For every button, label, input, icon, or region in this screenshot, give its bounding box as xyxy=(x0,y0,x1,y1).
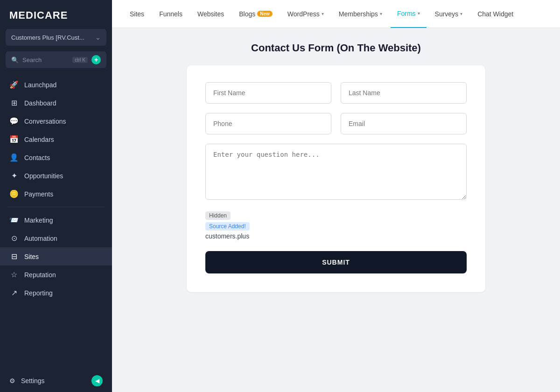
topnav-surveys[interactable]: Surveys ▾ xyxy=(428,0,469,28)
blogs-new-badge: New xyxy=(257,11,273,17)
add-button[interactable]: + xyxy=(91,55,101,64)
sidebar-item-marketing[interactable]: 📨 Marketing xyxy=(0,211,112,229)
topnav-wordpress-label: WordPress xyxy=(287,10,320,18)
sidebar-item-settings[interactable]: ⚙ Settings xyxy=(9,377,45,385)
source-badge: Source Added! xyxy=(205,222,250,231)
search-icon: 🔍 xyxy=(11,56,19,63)
calendars-icon: 📅 xyxy=(9,135,19,144)
topnav-sites-label: Sites xyxy=(130,10,144,18)
sidebar-item-calendars[interactable]: 📅 Calendars xyxy=(0,130,112,148)
wordpress-chevron-icon: ▾ xyxy=(322,11,324,16)
question-field xyxy=(205,144,467,202)
account-switcher[interactable]: Customers Plus [RV.Cust... ⌄ xyxy=(6,29,106,46)
sidebar-item-opportunities[interactable]: ✦ Opportunities xyxy=(0,167,112,185)
sidebar-item-reporting[interactable]: ↗ Reporting xyxy=(0,284,112,302)
last-name-field xyxy=(341,82,467,104)
sidebar-item-label: Automation xyxy=(24,235,57,242)
topnav-blogs-label: Blogs xyxy=(239,10,255,18)
page-title: Contact Us Form (On The Website) xyxy=(251,42,421,54)
dashboard-icon: ⊞ xyxy=(9,98,19,107)
submit-button[interactable]: SUBMIT xyxy=(205,251,467,273)
reporting-icon: ↗ xyxy=(9,288,19,297)
topnav-forms-label: Forms xyxy=(397,10,416,17)
sidebar-item-label: Sites xyxy=(24,253,39,260)
top-nav: Sites Funnels Websites Blogs New WordPre… xyxy=(112,0,560,28)
sidebar-item-dashboard[interactable]: ⊞ Dashboard xyxy=(0,94,112,112)
chevron-down-icon: ⌄ xyxy=(95,34,101,41)
sidebar-item-sites[interactable]: ⊟ Sites xyxy=(0,247,112,266)
launchpad-icon: 🚀 xyxy=(9,80,19,89)
sidebar-item-label: Opportunities xyxy=(24,172,63,180)
hidden-area: Hidden Source Added! customers.plus xyxy=(205,211,467,240)
topnav-memberships[interactable]: Memberships ▾ xyxy=(332,0,389,28)
sidebar: MEDICARE Customers Plus [RV.Cust... ⌄ 🔍 … xyxy=(0,0,112,392)
sidebar-item-label: Calendars xyxy=(24,136,54,143)
topnav-surveys-label: Surveys xyxy=(435,10,459,18)
sidebar-item-automation[interactable]: ⊙ Automation xyxy=(0,229,112,247)
sidebar-item-label: Conversations xyxy=(24,118,66,125)
hidden-value: customers.plus xyxy=(205,232,467,240)
hidden-badge: Hidden xyxy=(205,211,231,220)
topnav-wordpress[interactable]: WordPress ▾ xyxy=(281,0,330,28)
page-content: Contact Us Form (On The Website) xyxy=(112,28,560,392)
topnav-blogs[interactable]: Blogs New xyxy=(232,0,279,28)
topnav-websites[interactable]: Websites xyxy=(191,0,231,28)
settings-label: Settings xyxy=(21,377,45,385)
opportunities-icon: ✦ xyxy=(9,171,19,180)
app-logo: MEDICARE xyxy=(0,0,112,29)
contact-row xyxy=(205,113,467,134)
account-name: Customers Plus [RV.Cust... xyxy=(11,34,84,41)
email-input[interactable] xyxy=(341,113,467,134)
sidebar-item-label: Contacts xyxy=(24,154,50,161)
sidebar-item-reputation[interactable]: ☆ Reputation xyxy=(0,266,112,284)
sidebar-item-label: Dashboard xyxy=(24,99,56,107)
automation-icon: ⊙ xyxy=(9,234,19,243)
last-name-input[interactable] xyxy=(341,82,467,104)
marketing-icon: 📨 xyxy=(9,216,19,224)
search-bar[interactable]: 🔍 Search ctrl K + xyxy=(6,51,106,68)
sidebar-item-contacts[interactable]: 👤 Contacts xyxy=(0,148,112,167)
sites-icon: ⊟ xyxy=(9,252,19,261)
form-card: Hidden Source Added! customers.plus SUBM… xyxy=(187,65,485,292)
topnav-chat-widget-label: Chat Widget xyxy=(477,10,513,18)
sidebar-bottom: ⚙ Settings ◀ xyxy=(0,370,112,392)
topnav-chat-widget[interactable]: Chat Widget xyxy=(471,0,520,28)
phone-input[interactable] xyxy=(205,113,331,134)
main-content: Sites Funnels Websites Blogs New WordPre… xyxy=(112,0,560,392)
phone-field xyxy=(205,113,331,134)
conversations-icon: 💬 xyxy=(9,117,19,126)
forms-chevron-icon: ▾ xyxy=(418,11,420,16)
sidebar-item-label: Reporting xyxy=(24,289,53,297)
reputation-icon: ☆ xyxy=(9,270,19,279)
topnav-funnels[interactable]: Funnels xyxy=(153,0,189,28)
settings-icon: ⚙ xyxy=(9,377,15,385)
question-row xyxy=(205,144,467,202)
sidebar-item-label: Launchpad xyxy=(24,81,56,89)
contacts-icon: 👤 xyxy=(9,153,19,162)
sidebar-item-label: Marketing xyxy=(24,217,53,224)
surveys-chevron-icon: ▾ xyxy=(460,11,462,16)
sidebar-item-label: Payments xyxy=(24,190,53,198)
sidebar-item-launchpad[interactable]: 🚀 Launchpad xyxy=(0,76,112,94)
sidebar-item-payments[interactable]: 🪙 Payments xyxy=(0,185,112,203)
topnav-memberships-label: Memberships xyxy=(339,10,378,18)
topnav-sites[interactable]: Sites xyxy=(123,0,151,28)
search-label: Search xyxy=(22,56,69,63)
topnav-websites-label: Websites xyxy=(197,10,224,18)
name-row xyxy=(205,82,467,104)
question-textarea[interactable] xyxy=(205,144,467,200)
first-name-field xyxy=(205,82,331,104)
main-nav: 🚀 Launchpad ⊞ Dashboard 💬 Conversations … xyxy=(0,76,112,370)
payments-icon: 🪙 xyxy=(9,189,19,198)
memberships-chevron-icon: ▾ xyxy=(380,11,382,16)
search-shortcut: ctrl K xyxy=(72,57,88,63)
email-field xyxy=(341,113,467,134)
bottom-action-icon[interactable]: ◀ xyxy=(91,375,103,386)
nav-divider xyxy=(7,207,105,207)
topnav-funnels-label: Funnels xyxy=(159,10,182,18)
sidebar-item-conversations[interactable]: 💬 Conversations xyxy=(0,112,112,130)
first-name-input[interactable] xyxy=(205,82,331,104)
topnav-forms[interactable]: Forms ▾ xyxy=(391,0,427,28)
sidebar-item-label: Reputation xyxy=(24,271,56,279)
